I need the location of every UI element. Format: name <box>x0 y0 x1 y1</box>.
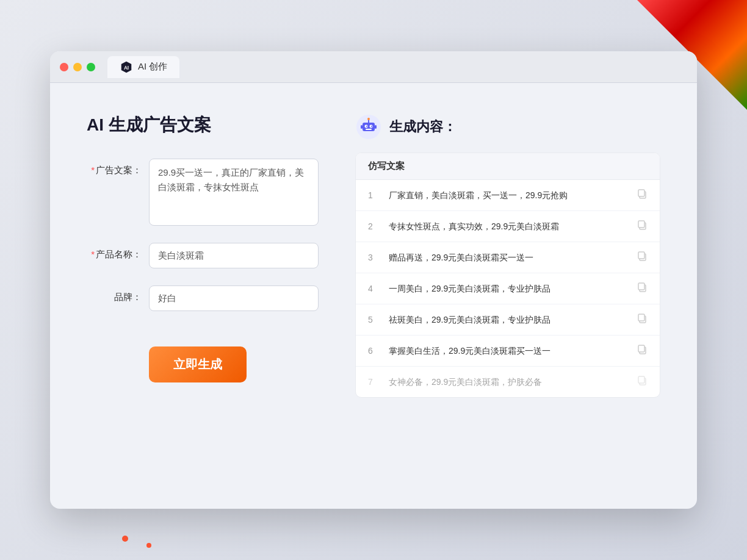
result-table: 仿写文案 1厂家直销，美白淡斑霜，买一送一，29.9元抢购 2专抹女性斑点，真实… <box>355 153 660 398</box>
svg-text:AI: AI <box>124 65 129 70</box>
result-row: 2专抹女性斑点，真实功效，29.9元美白淡斑霜 <box>356 211 660 242</box>
table-header: 仿写文案 <box>356 153 660 180</box>
copy-icon[interactable] <box>637 375 648 389</box>
row-number: 3 <box>368 253 380 262</box>
copy-icon[interactable] <box>637 282 648 295</box>
result-row: 3赠品再送，29.9元美白淡斑霜买一送一 <box>356 242 660 273</box>
svg-point-6 <box>366 126 367 127</box>
product-name-row: *产品名称： <box>87 243 319 268</box>
title-bar: AI AI 创作 <box>50 51 697 83</box>
browser-window: AI AI 创作 AI 生成广告文案 *广告文案： *产品名称： <box>50 51 697 509</box>
copy-icon[interactable] <box>637 313 648 326</box>
brand-row: 品牌： <box>87 285 319 311</box>
row-number: 7 <box>368 377 380 387</box>
result-row: 5祛斑美白，29.9元美白淡斑霜，专业护肤品 <box>356 304 660 336</box>
svg-rect-11 <box>361 125 363 129</box>
maximize-button[interactable] <box>87 63 95 71</box>
svg-rect-18 <box>638 252 644 259</box>
svg-rect-8 <box>366 129 372 130</box>
decorative-dot-2 <box>146 543 151 548</box>
right-panel: 生成内容： 仿写文案 1厂家直销，美白淡斑霜，买一送一，29.9元抢购 2专抹女… <box>355 113 660 478</box>
result-row: 6掌握美白生活，29.9元美白淡斑霜买一送一 <box>356 336 660 367</box>
svg-rect-14 <box>638 190 644 196</box>
row-number: 5 <box>368 315 380 325</box>
product-name-input[interactable] <box>149 243 319 268</box>
ad-copy-label: *广告文案： <box>87 159 142 176</box>
ai-tab-icon: AI <box>120 60 133 74</box>
required-star-product: * <box>91 249 95 259</box>
robot-icon <box>355 113 382 140</box>
result-title-text: 生成内容： <box>389 118 457 136</box>
row-text: 专抹女性斑点，真实功效，29.9元美白淡斑霜 <box>389 220 628 233</box>
page-title: AI 生成广告文案 <box>87 113 319 137</box>
row-text: 厂家直销，美白淡斑霜，买一送一，29.9元抢购 <box>389 189 628 202</box>
decorative-dot <box>122 536 128 542</box>
copy-icon[interactable] <box>637 251 648 264</box>
copy-icon[interactable] <box>637 188 648 202</box>
brand-input[interactable] <box>149 285 319 311</box>
ai-tab[interactable]: AI AI 创作 <box>107 56 179 78</box>
svg-rect-12 <box>375 125 377 129</box>
svg-rect-24 <box>638 345 644 352</box>
result-header: 生成内容： <box>355 113 660 140</box>
results-container: 1厂家直销，美白淡斑霜，买一送一，29.9元抢购 2专抹女性斑点，真实功效，29… <box>356 180 660 397</box>
svg-rect-16 <box>638 221 644 228</box>
close-button[interactable] <box>60 63 68 71</box>
traffic-lights <box>60 63 95 71</box>
required-star-ad: * <box>91 165 95 175</box>
svg-rect-20 <box>638 283 644 290</box>
svg-rect-26 <box>638 376 644 383</box>
result-row: 4一周美白，29.9元美白淡斑霜，专业护肤品 <box>356 273 660 304</box>
ad-copy-row: *广告文案： <box>87 159 319 226</box>
result-row: 1厂家直销，美白淡斑霜，买一送一，29.9元抢购 <box>356 180 660 211</box>
svg-rect-22 <box>638 314 644 321</box>
result-row: 7女神必备，29.9元美白淡斑霜，护肤必备 <box>356 367 660 397</box>
svg-point-10 <box>367 118 370 120</box>
row-text: 掌握美白生活，29.9元美白淡斑霜买一送一 <box>389 345 628 357</box>
row-number: 1 <box>368 190 380 200</box>
row-number: 2 <box>368 221 380 231</box>
tab-title-text: AI 创作 <box>138 61 167 73</box>
ad-copy-input[interactable] <box>149 159 319 226</box>
copy-icon[interactable] <box>637 344 648 357</box>
left-panel: AI 生成广告文案 *广告文案： *产品名称： 品牌： 立即生成 <box>87 113 319 478</box>
row-text: 祛斑美白，29.9元美白淡斑霜，专业护肤品 <box>389 314 628 326</box>
row-text: 女神必备，29.9元美白淡斑霜，护肤必备 <box>389 376 628 389</box>
generate-button[interactable]: 立即生成 <box>149 346 247 382</box>
minimize-button[interactable] <box>73 63 82 71</box>
brand-label: 品牌： <box>87 285 142 303</box>
svg-point-7 <box>371 126 372 127</box>
row-text: 一周美白，29.9元美白淡斑霜，专业护肤品 <box>389 282 628 295</box>
copy-icon[interactable] <box>637 220 648 233</box>
row-text: 赠品再送，29.9元美白淡斑霜买一送一 <box>389 251 628 264</box>
main-content: AI 生成广告文案 *广告文案： *产品名称： 品牌： 立即生成 <box>50 83 697 509</box>
row-number: 6 <box>368 346 380 356</box>
product-name-label: *产品名称： <box>87 243 142 260</box>
row-number: 4 <box>368 284 380 293</box>
